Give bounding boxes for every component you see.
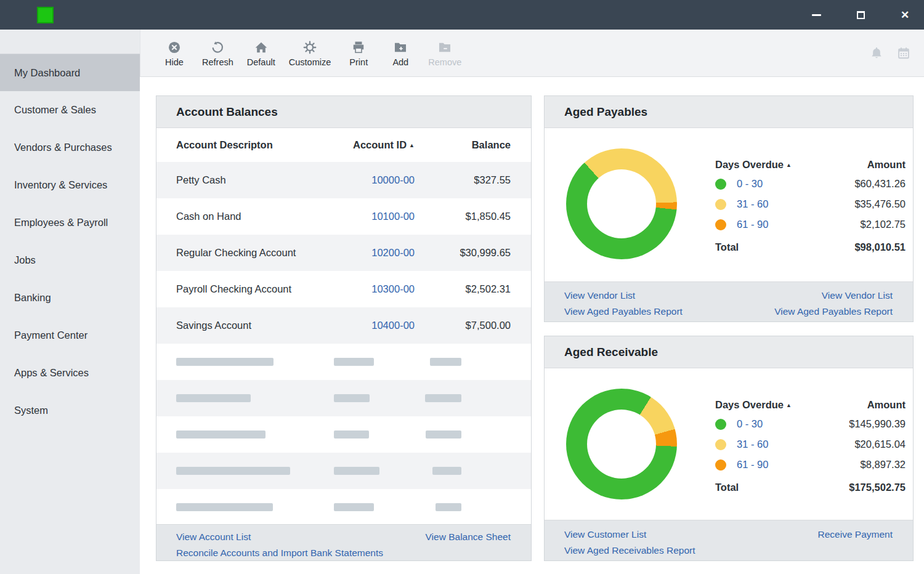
total-label: Total (715, 241, 739, 253)
toolbar-button-label: Hide (165, 57, 184, 67)
legend-amount: $20,615.04 (854, 439, 906, 450)
skeleton-row (156, 344, 531, 380)
account-balances-panel: Account Balances Account Descripton Acco… (156, 95, 532, 561)
add-button[interactable]: Add (383, 36, 418, 71)
range-0-30-link[interactable]: 0 - 30 (737, 178, 763, 190)
account-balance: $7,500.00 (415, 320, 511, 331)
range-31-60-link[interactable]: 31 - 60 (737, 439, 768, 450)
range-61-90-link[interactable]: 61 - 90 (737, 219, 768, 230)
refresh-button[interactable]: Refresh (198, 36, 237, 71)
sidebar-item-label: Employees & Payroll (14, 217, 108, 228)
minimize-icon (812, 14, 821, 16)
close-button[interactable]: ✕ (892, 2, 918, 27)
legend-row: 31 - 60 $35,476.50 (715, 194, 906, 214)
toolbar-button-label: Add (392, 57, 408, 67)
range-61-90-link[interactable]: 61 - 90 (737, 459, 768, 471)
view-vendor-list-link[interactable]: View Vendor List (564, 288, 635, 304)
account-balances-footer: View Account List View Balance Sheet Rec… (156, 524, 531, 560)
legend-header-amount[interactable]: Amount (867, 159, 906, 171)
legend-amount: $145,990.39 (849, 418, 906, 430)
sidebar-item-banking[interactable]: Banking (0, 279, 140, 317)
account-balance: $2,502.31 (415, 283, 511, 295)
total-amount: $98,010.51 (854, 241, 906, 253)
panel-title: Aged Receivable (545, 336, 913, 368)
sidebar-item-payment-center[interactable]: Payment Center (0, 317, 140, 354)
view-aged-payables-report-link[interactable]: View Aged Payables Report (564, 304, 683, 320)
account-balance: $30,999.65 (415, 247, 511, 259)
aged-receivable-footer: View Customer List Receive Payment View … (545, 520, 913, 560)
legend-dot-green-icon (715, 419, 726, 430)
legend-total-row: Total $175,502.75 (715, 477, 906, 498)
bell-icon[interactable] (870, 46, 883, 60)
app-logo-icon (37, 7, 54, 23)
sidebar-item-label: System (14, 405, 48, 416)
legend-row: 0 - 30 $60,431.26 (715, 174, 906, 194)
sidebar-item-label: Payment Center (14, 329, 87, 341)
table-row: Savings Account 10400-00 $7,500.00 (156, 307, 531, 344)
account-description: Regular Checking Account (176, 247, 322, 259)
view-balance-sheet-link[interactable]: View Balance Sheet (426, 529, 511, 545)
sidebar-item-label: Inventory & Services (14, 179, 107, 191)
donut-hole (587, 169, 656, 238)
skeleton-bar (334, 394, 370, 402)
sidebar-item-label: Banking (14, 292, 51, 304)
account-id-link[interactable]: 10000-00 (371, 174, 415, 185)
aged-payables-donut-chart[interactable] (566, 148, 677, 259)
account-id-link[interactable]: 10400-00 (371, 320, 415, 331)
view-vendor-list-link[interactable]: View Vendor List (822, 288, 893, 304)
view-account-list-link[interactable]: View Account List (176, 529, 251, 545)
skeleton-bar (176, 394, 251, 402)
view-customer-list-link[interactable]: View Customer List (564, 527, 646, 543)
sidebar-item-system[interactable]: System (0, 392, 140, 429)
minimize-button[interactable] (803, 2, 829, 27)
window-controls: ✕ (803, 0, 924, 30)
aged-receivable-donut-chart[interactable] (566, 389, 677, 499)
printer-icon (352, 41, 365, 54)
legend-row: 31 - 60 $20,615.04 (715, 434, 906, 455)
sort-arrow-icon: ▲ (409, 142, 415, 148)
toolbar-button-label: Default (247, 57, 275, 67)
receive-payment-link[interactable]: Receive Payment (818, 527, 893, 543)
account-id-link[interactable]: 10100-00 (371, 211, 415, 222)
legend-total-row: Total $98,010.51 (715, 236, 906, 257)
column-header-description[interactable]: Account Descripton (176, 139, 322, 151)
sidebar-item-inventory-services[interactable]: Inventory & Services (0, 166, 140, 204)
view-aged-payables-report-link[interactable]: View Aged Payables Report (774, 304, 893, 320)
folder-minus-icon (438, 41, 452, 54)
sidebar-item-employees-payroll[interactable]: Employees & Payroll (0, 204, 140, 241)
sidebar-item-apps-services[interactable]: Apps & Services (0, 354, 140, 392)
skeleton-bar (176, 467, 290, 475)
legend-header-days-overdue[interactable]: Days Overdue▲ (715, 399, 792, 411)
gear-icon (303, 41, 317, 54)
sidebar-item-customer-sales[interactable]: Customer & Sales (0, 91, 140, 129)
account-description: Cash on Hand (176, 211, 322, 222)
print-button[interactable]: Print (341, 36, 376, 71)
view-aged-receivables-report-link[interactable]: View Aged Receivables Report (564, 543, 695, 559)
maximize-button[interactable] (848, 2, 873, 27)
toolbar-button-label: Refresh (202, 57, 233, 67)
legend-dot-yellow-icon (715, 199, 726, 210)
reconcile-accounts-link[interactable]: Reconcile Accounts and Import Bank State… (176, 545, 383, 561)
sidebar-item-my-dashboard[interactable]: My Dashboard (0, 54, 140, 91)
column-header-balance[interactable]: Balance (415, 139, 511, 151)
sidebar-top-strip (0, 30, 140, 54)
legend-header-days-overdue[interactable]: Days Overdue▲ (715, 159, 792, 171)
calendar-icon[interactable] (897, 46, 910, 60)
legend-header-amount[interactable]: Amount (867, 399, 906, 411)
hide-button[interactable]: Hide (156, 36, 192, 71)
column-header-account-id[interactable]: Account ID▲ (322, 139, 415, 151)
account-description: Savings Account (176, 320, 322, 331)
title-bar: ✕ (0, 0, 924, 30)
sidebar-item-vendors-purchases[interactable]: Vendors & Purchases (0, 129, 140, 166)
account-id-link[interactable]: 10200-00 (371, 247, 415, 258)
range-0-30-link[interactable]: 0 - 30 (737, 418, 763, 430)
legend-row: 61 - 90 $8,897.32 (715, 455, 906, 475)
range-31-60-link[interactable]: 31 - 60 (737, 198, 768, 210)
customize-button[interactable]: Customize (285, 36, 335, 71)
account-balance: $1,850.45 (415, 211, 511, 222)
default-button[interactable]: Default (243, 36, 279, 71)
table-row: Payroll Checking Account 10300-00 $2,502… (156, 271, 531, 307)
account-id-link[interactable]: 10300-00 (371, 283, 415, 294)
sort-arrow-icon: ▲ (786, 402, 792, 408)
sidebar-item-jobs[interactable]: Jobs (0, 241, 140, 279)
